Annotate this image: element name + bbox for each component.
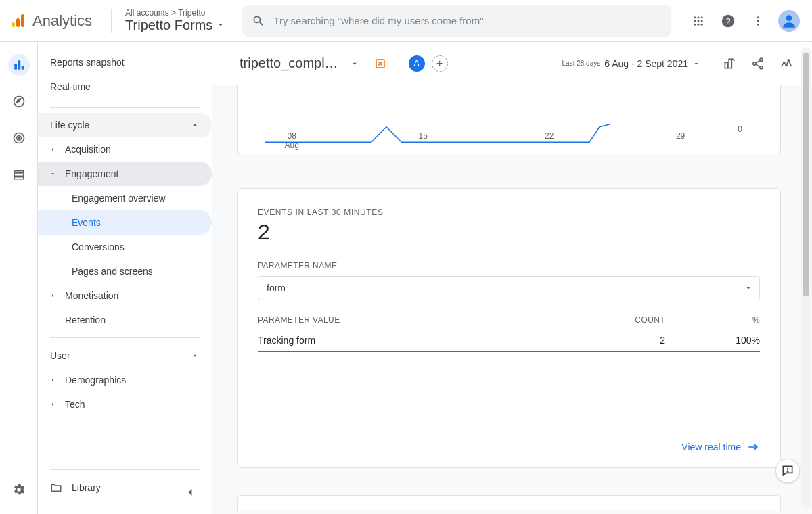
top-bar: Analytics All accounts > Tripetto Tripet…: [0, 0, 812, 42]
account-avatar[interactable]: [778, 10, 800, 32]
svg-rect-2: [21, 14, 24, 27]
svg-rect-29: [725, 62, 727, 68]
divider: [50, 469, 200, 470]
feedback-button[interactable]: [775, 459, 800, 483]
scrollbar-thumb[interactable]: [803, 53, 809, 296]
nav-events[interactable]: Events: [38, 210, 212, 235]
rail-advertising-icon[interactable]: [8, 127, 30, 149]
select-value: form: [267, 283, 286, 294]
more-icon[interactable]: [748, 11, 767, 30]
nav-demographics[interactable]: Demographics: [38, 368, 212, 392]
nav-conversions[interactable]: Conversions: [38, 235, 212, 259]
x-axis-tick: 22: [545, 131, 554, 141]
svg-point-36: [788, 59, 789, 60]
divider: [50, 337, 200, 338]
event-picker-button[interactable]: [345, 54, 364, 73]
divider: [710, 54, 710, 73]
nav-sub-label: Tech: [65, 399, 85, 410]
svg-rect-18: [14, 64, 17, 70]
date-preset-label: Last 28 days: [562, 60, 601, 67]
svg-point-14: [757, 16, 759, 18]
svg-point-6: [694, 20, 696, 22]
product-logo[interactable]: Analytics: [8, 12, 97, 30]
caret-down-icon: [744, 284, 752, 292]
nav-tech[interactable]: Tech: [38, 392, 212, 417]
table-header: PARAMETER VALUE COUNT %: [258, 315, 760, 325]
svg-point-8: [701, 20, 703, 22]
rail-explore-icon[interactable]: [8, 91, 30, 112]
event-count: 2: [258, 220, 760, 245]
share-icon[interactable]: [748, 54, 767, 73]
next-card-peek: [237, 495, 781, 511]
nav-sub-label: Engagement: [65, 168, 118, 179]
svg-point-11: [701, 23, 703, 25]
account-picker[interactable]: All accounts > Tripetto Tripetto Forms: [125, 9, 225, 32]
nav-real-time[interactable]: Real-time: [38, 74, 212, 99]
svg-point-5: [701, 16, 703, 18]
custom-event-icon[interactable]: [371, 54, 390, 73]
nav-retention[interactable]: Retention: [38, 308, 212, 332]
nav-engagement-overview[interactable]: Engagement overview: [38, 186, 212, 210]
table-row[interactable]: Tracking form 2 100%: [258, 329, 760, 352]
help-icon[interactable]: ?: [719, 11, 738, 30]
caret-down-icon: [50, 171, 55, 177]
nav-acquisition[interactable]: Acquisition: [38, 137, 212, 162]
card-title: EVENTS IN LAST 30 MINUTES: [258, 208, 760, 217]
nav-library-label: Library: [72, 482, 101, 493]
svg-rect-0: [12, 22, 15, 27]
view-real-time-link[interactable]: View real time: [258, 440, 760, 454]
rail-settings-icon[interactable]: [8, 479, 30, 500]
nav-section-life-cycle[interactable]: Life cycle: [38, 113, 212, 137]
nav-pages-screens[interactable]: Pages and screens: [38, 259, 212, 283]
report-toolbar: tripetto_compl… A + Last 28 days 6 Aug -…: [212, 42, 812, 85]
x-axis: 08 15 22 29 Aug: [256, 130, 761, 150]
nav-collapse-button[interactable]: [183, 486, 197, 502]
caret-right-icon: [50, 402, 55, 407]
nav-reports-snapshot[interactable]: Reports snapshot: [38, 50, 212, 74]
rail-configure-icon[interactable]: [8, 164, 30, 185]
divider: [50, 107, 200, 108]
search-bar[interactable]: [242, 5, 671, 37]
divider: [111, 9, 112, 33]
svg-point-16: [757, 23, 759, 25]
comparison-chip[interactable]: A: [409, 55, 425, 72]
breadcrumb: All accounts > Tripetto: [125, 9, 225, 18]
svg-point-7: [698, 20, 700, 22]
col-parameter-value: PARAMETER VALUE: [258, 315, 584, 325]
events-realtime-card: EVENTS IN LAST 30 MINUTES 2 PARAMETER NA…: [237, 188, 781, 468]
svg-rect-27: [14, 177, 24, 179]
customize-report-icon[interactable]: [720, 54, 739, 73]
search-input[interactable]: [273, 15, 662, 26]
divider: [50, 507, 200, 507]
parameter-name-select[interactable]: form: [258, 276, 760, 300]
cell-count: 2: [584, 335, 665, 346]
chevron-up-icon: [190, 120, 200, 130]
nav-sub-label: Demographics: [65, 375, 126, 386]
svg-rect-30: [729, 59, 731, 68]
svg-rect-20: [21, 66, 24, 70]
col-count: COUNT: [584, 315, 665, 325]
scrollbar[interactable]: [801, 47, 811, 509]
caret-down-icon: [350, 59, 359, 68]
svg-point-9: [694, 23, 696, 25]
insights-icon[interactable]: [777, 54, 796, 73]
add-comparison-button[interactable]: +: [432, 55, 448, 72]
x-axis-tick: 15: [418, 131, 427, 141]
nav-section-user[interactable]: User: [38, 344, 212, 368]
nav-engagement[interactable]: Engagement: [38, 162, 212, 186]
apps-icon[interactable]: [689, 11, 708, 30]
rail-reports-icon[interactable]: [8, 54, 30, 76]
cell-parameter-value: Tracking form: [258, 335, 584, 346]
arrow-right-icon: [746, 440, 760, 454]
link-label: View real time: [681, 442, 741, 452]
svg-point-35: [786, 64, 787, 66]
nav-monetisation[interactable]: Monetisation: [38, 283, 212, 308]
svg-point-24: [18, 137, 20, 139]
svg-rect-19: [18, 60, 20, 70]
date-range-picker[interactable]: Last 28 days 6 Aug - 2 Sept 2021: [562, 58, 700, 69]
parameter-name-label: PARAMETER NAME: [258, 261, 760, 271]
svg-point-17: [786, 15, 792, 21]
nav-section-label: User: [50, 350, 70, 361]
workspace: 0 08 15 22 29 Aug EVENTS IN LAST 30 MINU…: [212, 85, 812, 514]
caret-right-icon: [50, 377, 55, 383]
